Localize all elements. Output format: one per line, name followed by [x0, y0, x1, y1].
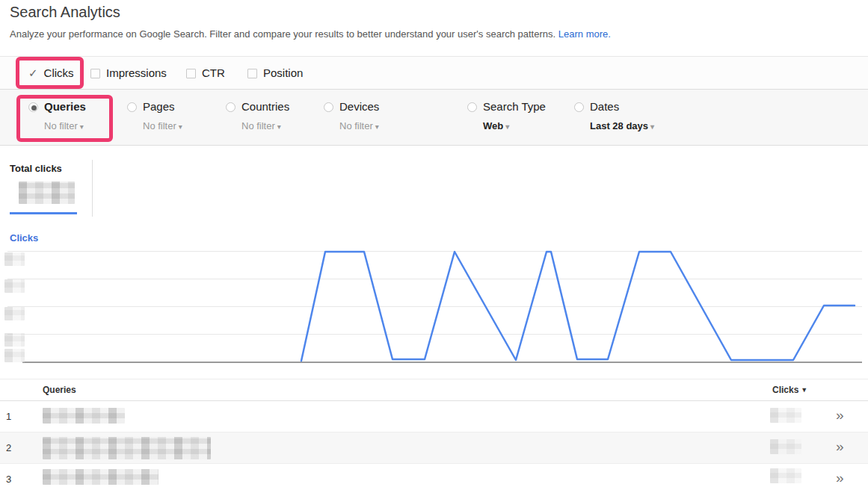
dimension-dates[interactable]: Dates Last 28 days▾ [574, 100, 654, 131]
expand-row-icon[interactable]: » [836, 438, 844, 455]
checkbox-icon [247, 69, 257, 78]
chart-x-axis [22, 362, 862, 363]
dimension-search-type[interactable]: Search Type Web▾ [467, 100, 546, 131]
row-rank: 1 [6, 411, 11, 422]
metric-ctr[interactable]: CTR [186, 66, 225, 79]
dimension-queries-label: Queries [44, 100, 86, 113]
y-tick-redacted [4, 279, 25, 293]
metric-position[interactable]: Position [247, 66, 303, 79]
chart-series-label: Clicks [10, 232, 38, 244]
chevron-down-icon: ▾ [80, 123, 84, 131]
chevron-down-icon: ▾ [650, 123, 654, 131]
search-type-dropdown[interactable]: Web▾ [483, 120, 546, 131]
row-rank: 3 [6, 474, 11, 485]
chevron-down-icon: ▾ [179, 123, 182, 131]
sort-desc-icon: ▼ [801, 386, 807, 394]
gridline [7, 279, 862, 279]
query-text-redacted [43, 469, 158, 485]
dimension-dates-label: Dates [590, 100, 619, 113]
page-title: Search Analytics [10, 4, 120, 21]
total-clicks-active-underline [10, 212, 77, 214]
radio-icon [226, 102, 236, 112]
dimension-devices-label: Devices [339, 100, 379, 113]
checkbox-icon [186, 69, 196, 78]
checkbox-icon [90, 69, 100, 78]
radio-icon [574, 102, 584, 112]
y-tick-redacted [4, 252, 25, 266]
pages-filter-dropdown[interactable]: No filter▾ [143, 120, 182, 131]
clicks-value-redacted [770, 468, 801, 483]
radio-icon [127, 102, 137, 112]
query-text-redacted [43, 408, 125, 424]
chevron-down-icon: ▾ [505, 123, 509, 131]
metric-ctr-label: CTR [202, 66, 225, 79]
clicks-value-redacted [770, 439, 801, 454]
metric-position-label: Position [263, 66, 303, 79]
expand-row-icon[interactable]: » [836, 407, 844, 424]
row-rank: 2 [6, 442, 11, 453]
clicks-column-header[interactable]: Clicks▼ [772, 385, 807, 395]
gridline [7, 334, 862, 335]
dates-dropdown[interactable]: Last 28 days▾ [590, 120, 654, 131]
clicks-value-redacted [770, 408, 801, 423]
countries-filter-dropdown[interactable]: No filter▾ [241, 120, 289, 131]
devices-filter-dropdown[interactable]: No filter▾ [339, 120, 379, 131]
queries-filter-dropdown[interactable]: No filter▾ [44, 120, 86, 131]
metrics-bar: ✓Clicks Impressions CTR Position [0, 56, 868, 90]
table-top-border [0, 379, 868, 379]
metric-clicks-label: Clicks [44, 66, 74, 79]
checkmark-icon: ✓ [28, 66, 38, 80]
table-row[interactable]: 2 » [0, 432, 868, 464]
page-subtitle: Analyze your performance on Google Searc… [10, 28, 611, 40]
y-tick-redacted [4, 349, 25, 362]
dimensions-bar: Queries No filter▾ Pages No filter▾ Coun… [0, 90, 868, 146]
query-text-redacted [43, 437, 211, 459]
dimension-countries[interactable]: Countries No filter▾ [226, 100, 289, 131]
dimension-devices[interactable]: Devices No filter▾ [324, 100, 379, 131]
table-row[interactable]: 3 » [0, 464, 868, 493]
dimension-pages[interactable]: Pages No filter▾ [127, 100, 182, 131]
total-clicks-label: Total clicks [10, 163, 62, 174]
chevron-down-icon: ▾ [375, 123, 379, 131]
learn-more-link[interactable]: Learn more. [558, 28, 611, 40]
queries-column-header[interactable]: Queries [43, 385, 76, 395]
chevron-down-icon: ▾ [277, 123, 281, 131]
metric-impressions[interactable]: Impressions [90, 66, 167, 79]
radio-icon [324, 102, 333, 112]
y-tick-redacted [4, 307, 25, 320]
y-tick-redacted [4, 333, 25, 347]
dimension-pages-label: Pages [143, 100, 175, 113]
gridline [7, 306, 862, 307]
table-row[interactable]: 1 » [0, 401, 868, 432]
radio-icon [467, 102, 477, 112]
subtitle-text: Analyze your performance on Google Searc… [10, 28, 555, 40]
dimension-queries[interactable]: Queries No filter▾ [28, 100, 86, 131]
dimension-search-type-label: Search Type [483, 100, 546, 113]
summary-divider [92, 160, 93, 217]
dimension-countries-label: Countries [241, 100, 289, 113]
metric-clicks[interactable]: ✓Clicks [28, 66, 74, 80]
search-analytics-page: Search Analytics Analyze your performanc… [0, 0, 868, 493]
metric-impressions-label: Impressions [106, 66, 167, 79]
expand-row-icon[interactable]: » [836, 470, 844, 486]
radio-selected-icon [28, 102, 38, 112]
total-clicks-value-redacted [19, 182, 75, 204]
gridline [7, 251, 862, 252]
